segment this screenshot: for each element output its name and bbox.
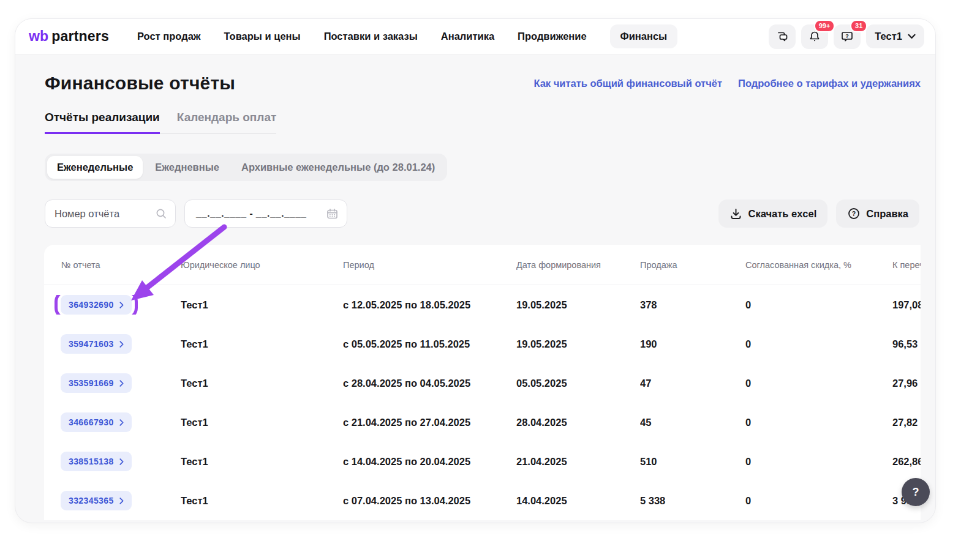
- payout-cell: 262,86: [892, 456, 921, 468]
- discount-cell: 0: [745, 338, 892, 350]
- nav-item[interactable]: Рост продаж: [137, 31, 201, 42]
- help-reference-label: Справка: [866, 208, 908, 220]
- period-segmented-control: ЕженедельныеЕжедневныеАрхивные еженедель…: [45, 154, 447, 181]
- brand-logo-partners: partners: [51, 28, 109, 45]
- download-excel-label: Скачать excel: [748, 208, 816, 220]
- subtab[interactable]: Архивные еженедельные (до 28.01.24): [232, 156, 445, 179]
- nav-item[interactable]: Продвижение: [518, 31, 587, 42]
- table-body: 364932690Тест1с 12.05.2025 по 18.05.2025…: [44, 285, 921, 520]
- account-name: Тест1: [875, 31, 902, 42]
- subtab[interactable]: Ежедневные: [145, 156, 229, 179]
- column-header: Продажа: [640, 260, 745, 270]
- report-number: 353591669: [69, 378, 114, 388]
- tab-realization-reports[interactable]: Отчёты реализации: [45, 111, 160, 134]
- reports-table: № отчетаЮридическое лицоПериодДата форми…: [44, 245, 921, 520]
- formation-date-cell: 19.05.2025: [516, 299, 640, 311]
- payout-cell: 197,08: [892, 299, 921, 311]
- tab-payment-calendar[interactable]: Календарь оплат: [177, 111, 276, 133]
- date-range-picker[interactable]: __.__.____ - __.__.____: [184, 200, 347, 228]
- table-row: 338515138Тест1с 14.04.2025 по 20.04.2025…: [44, 442, 921, 481]
- report-number-pill[interactable]: 364932690: [61, 295, 132, 315]
- chevron-right-icon: [119, 380, 124, 387]
- column-header: Согласованная скидка, %: [745, 260, 892, 270]
- sales-cell: 47: [640, 378, 745, 389]
- nav-item[interactable]: Аналитика: [441, 31, 494, 42]
- payout-cell: 96,53: [892, 338, 921, 350]
- nav-item[interactable]: Товары и цены: [224, 31, 301, 42]
- nav-item[interactable]: Финансы: [610, 24, 678, 48]
- report-number-pill[interactable]: 359471603: [61, 334, 132, 354]
- download-excel-button[interactable]: Скачать excel: [718, 200, 827, 228]
- chevron-down-icon: [908, 34, 916, 39]
- table-row: 353591669Тест1с 28.04.2025 по 04.05.2025…: [44, 364, 921, 403]
- table-row: 364932690Тест1с 12.05.2025 по 18.05.2025…: [44, 285, 921, 324]
- report-number: 338515138: [69, 457, 114, 466]
- link-how-to-read-report[interactable]: Как читать общий финансовый отчёт: [533, 78, 722, 89]
- question-circle-icon: ?: [847, 207, 861, 220]
- discount-cell: 0: [745, 299, 892, 311]
- page-title: Финансовые отчёты: [45, 72, 235, 95]
- chevron-right-icon: [119, 341, 124, 348]
- filter-toolbar: __.__.____ - __.__.____ Скачать excel ? …: [45, 200, 921, 228]
- topbar-actions: 99+ ? 31 Тест1: [769, 24, 924, 49]
- column-header: Период: [343, 260, 516, 270]
- sales-cell: 510: [640, 456, 745, 468]
- link-tariffs-details[interactable]: Подробнее о тарифах и удержаниях: [738, 78, 921, 89]
- help-reference-button[interactable]: ? Справка: [836, 200, 919, 228]
- notifications-badge: 99+: [814, 20, 835, 32]
- help-links: Как читать общий финансовый отчёт Подроб…: [533, 78, 921, 89]
- sales-cell: 5 338: [640, 495, 745, 507]
- legal-entity-cell: Тест1: [181, 495, 343, 507]
- account-menu[interactable]: Тест1: [866, 24, 924, 48]
- discount-cell: 0: [745, 456, 892, 468]
- main-nav: Рост продажТовары и ценыПоставки и заказ…: [137, 24, 677, 48]
- legal-entity-cell: Тест1: [181, 378, 343, 389]
- chat-button[interactable]: [769, 24, 796, 49]
- formation-date-cell: 28.04.2025: [516, 417, 640, 428]
- column-header: К перечислению: [892, 260, 921, 270]
- legal-entity-cell: Тест1: [181, 299, 343, 311]
- report-number-pill[interactable]: 338515138: [61, 452, 132, 471]
- app-window: wb partners Рост продажТовары и ценыПост…: [15, 18, 936, 523]
- report-number: 364932690: [69, 300, 114, 310]
- floating-help-button[interactable]: ?: [902, 478, 930, 506]
- payout-cell: 27,96: [892, 378, 921, 389]
- report-number-pill[interactable]: 332345365: [61, 491, 132, 510]
- report-number-search[interactable]: [45, 200, 176, 228]
- legal-entity-cell: Тест1: [181, 456, 343, 468]
- chevron-right-icon: [119, 458, 124, 465]
- page-content: Финансовые отчёты Как читать общий финан…: [15, 54, 935, 520]
- report-number: 359471603: [69, 339, 114, 349]
- report-number-pill[interactable]: 346667930: [61, 412, 132, 432]
- period-cell: с 21.04.2025 по 27.04.2025: [343, 417, 516, 428]
- formation-date-cell: 14.04.2025: [516, 495, 640, 507]
- period-cell: с 07.04.2025 по 13.04.2025: [343, 495, 516, 507]
- top-navigation-bar: wb partners Рост продажТовары и ценыПост…: [15, 19, 935, 54]
- svg-text:?: ?: [852, 210, 856, 217]
- brand-logo-wb: wb: [29, 28, 48, 45]
- table-row: 346667930Тест1с 21.04.2025 по 27.04.2025…: [44, 403, 921, 442]
- search-input[interactable]: [55, 208, 155, 220]
- nav-item[interactable]: Поставки и заказы: [324, 31, 418, 42]
- notifications-button[interactable]: 99+: [801, 24, 828, 49]
- discount-cell: 0: [745, 495, 892, 507]
- subtab[interactable]: Еженедельные: [47, 156, 143, 179]
- payout-cell: 27,82: [892, 417, 921, 428]
- column-header: № отчета: [44, 260, 181, 270]
- support-button[interactable]: ? 31: [834, 24, 861, 49]
- brand-logo[interactable]: wb partners: [29, 28, 109, 45]
- svg-text:?: ?: [846, 32, 850, 39]
- period-cell: с 05.05.2025 по 11.05.2025: [343, 338, 516, 350]
- period-cell: с 28.04.2025 по 04.05.2025: [343, 378, 516, 389]
- chevron-right-icon: [119, 419, 124, 426]
- report-number: 332345365: [69, 496, 114, 505]
- report-number-pill[interactable]: 353591669: [61, 373, 132, 393]
- date-mask: __.__.____ - __.__.____: [196, 208, 326, 219]
- chevron-right-icon: [119, 498, 124, 504]
- table-row: 359471603Тест1с 05.05.2025 по 11.05.2025…: [44, 324, 921, 364]
- period-cell: с 14.04.2025 по 20.04.2025: [343, 456, 516, 468]
- column-header: Юридическое лицо: [181, 260, 343, 270]
- calendar-icon[interactable]: [326, 207, 339, 220]
- table-header-row: № отчетаЮридическое лицоПериодДата форми…: [44, 245, 921, 285]
- discount-cell: 0: [745, 417, 892, 428]
